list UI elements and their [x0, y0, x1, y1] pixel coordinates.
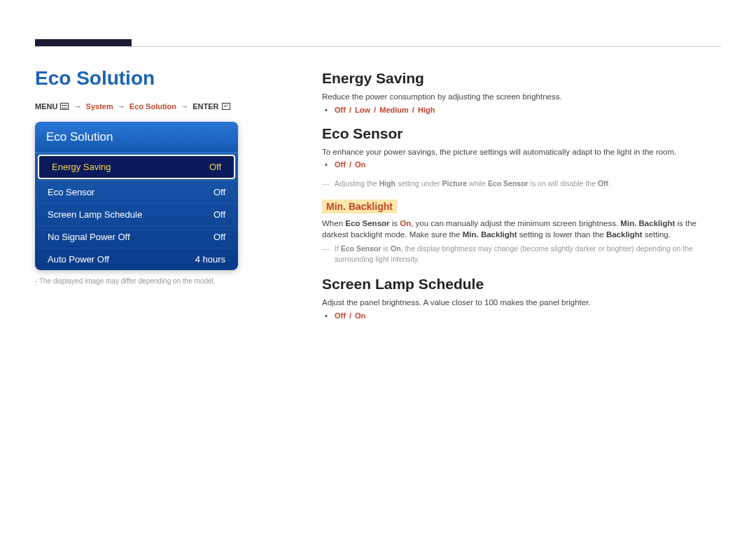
menu-row-eco-sensor[interactable]: Eco Sensor Off [35, 181, 238, 203]
left-column: Eco Solution MENU → System → Eco Solutio… [35, 67, 245, 285]
arrow-icon: → [72, 102, 84, 111]
menu-row-screen-lamp-schedule[interactable]: Screen Lamp Schedule Off [35, 203, 238, 225]
breadcrumb-eco: Eco Solution [130, 102, 176, 111]
header-divider [35, 39, 721, 47]
menu-row-value: Off [214, 187, 225, 197]
menu-row-label: Energy Saving [52, 162, 111, 172]
breadcrumb-menu-label: MENU [35, 102, 57, 111]
menu-row-energy-saving[interactable]: Energy Saving Off [38, 155, 235, 179]
breadcrumb-system: System [86, 102, 113, 111]
menu-row-value: Off [214, 209, 225, 220]
osd-menu-panel: Eco Solution Energy Saving Off Eco Senso… [35, 122, 238, 270]
menu-row-label: No Signal Power Off [48, 232, 130, 242]
section-screen-lamp-schedule: Screen Lamp Schedule Adjust the panel br… [322, 276, 721, 320]
header-rule [35, 46, 721, 47]
menu-icon [60, 103, 69, 110]
options-screen-lamp: Off / On [335, 311, 721, 320]
options-eco-sensor: Off / On [335, 160, 721, 169]
heading-energy-saving: Energy Saving [322, 70, 721, 87]
enter-icon [222, 103, 230, 110]
menu-row-label: Auto Power Off [48, 254, 109, 265]
desc-screen-lamp: Adjust the panel brightness. A value clo… [322, 297, 721, 309]
heading-eco-sensor: Eco Sensor [322, 125, 721, 142]
note-min-backlight: If Eco Sensor is On, the display brightn… [335, 244, 721, 265]
menu-row-value: Off [214, 232, 225, 242]
menu-row-value: 4 hours [195, 254, 225, 265]
menu-row-auto-power-off[interactable]: Auto Power Off 4 hours [35, 248, 238, 270]
arrow-icon: → [178, 102, 190, 111]
note-eco-sensor: Adjusting the High setting under Picture… [335, 178, 721, 189]
desc-min-backlight: When Eco Sensor is On, you can manually … [322, 218, 721, 241]
breadcrumb: MENU → System → Eco Solution → ENTER [35, 102, 245, 111]
heading-min-backlight: Min. Backlight [322, 199, 397, 213]
right-column: Energy Saving Reduce the power consumpti… [322, 70, 721, 331]
page-title: Eco Solution [35, 67, 245, 90]
arrow-icon: → [115, 102, 127, 111]
footnote: - The displayed image may differ dependi… [35, 277, 245, 285]
menu-row-no-signal-power-off[interactable]: No Signal Power Off Off [35, 225, 238, 248]
options-energy-saving: Off / Low / Medium / High [335, 106, 721, 114]
desc-energy-saving: Reduce the power consumption by adjustin… [322, 91, 721, 103]
heading-screen-lamp: Screen Lamp Schedule [322, 276, 721, 293]
osd-menu-header: Eco Solution [35, 122, 238, 153]
menu-row-label: Eco Sensor [48, 187, 94, 197]
section-energy-saving: Energy Saving Reduce the power consumpti… [322, 70, 721, 114]
menu-row-value: Off [209, 162, 221, 172]
desc-eco-sensor: To enhance your power savings, the pictu… [322, 146, 721, 158]
menu-row-label: Screen Lamp Schedule [48, 209, 142, 220]
section-eco-sensor: Eco Sensor To enhance your power savings… [322, 125, 721, 265]
breadcrumb-enter-label: ENTER [192, 102, 218, 111]
